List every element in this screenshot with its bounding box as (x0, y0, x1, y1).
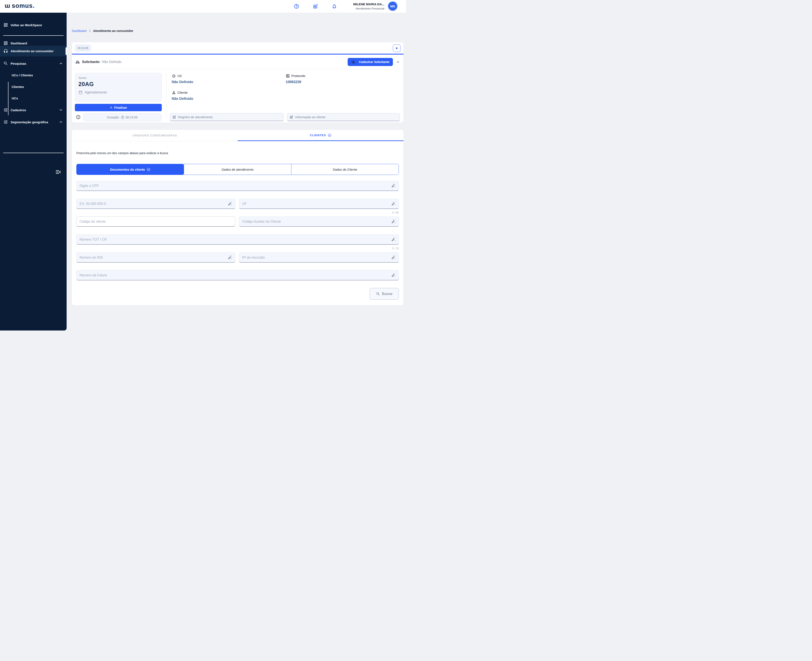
registro-atendimento-input[interactable] (178, 115, 281, 119)
uf-input[interactable] (242, 202, 389, 206)
autofill-wand-icon[interactable] (391, 219, 396, 224)
chevron-down-icon (59, 108, 63, 112)
user-name: MILENE MARIA DA... (353, 2, 384, 6)
fatura-input[interactable] (80, 273, 389, 277)
codigo-auxiliar-input[interactable] (242, 220, 389, 224)
protocolo-value[interactable]: 10983239 (286, 80, 305, 84)
avatar[interactable]: MS (388, 2, 397, 11)
senha-type-label: Agendamento (85, 90, 107, 94)
duracao-value: 00:15:05 (126, 116, 137, 119)
sidebar-item-voltar-workspace[interactable]: Voltar ao WorkSpace (0, 20, 67, 30)
tab-label: UNIDADES CONSUMIDORAS (132, 134, 177, 137)
nis-field[interactable] (77, 252, 235, 263)
uc-block: UC Não Definido (172, 74, 193, 84)
sliders-icon (3, 120, 8, 125)
cnpj-field[interactable] (77, 199, 235, 209)
play-button[interactable] (393, 45, 400, 52)
sidebar-item-label: Segmentação geográfica (11, 120, 48, 124)
sidebar-subitem-label: UCs / Clientes (12, 73, 33, 77)
sidebar-subitem-label: Clientes (12, 85, 24, 89)
autofill-wand-icon[interactable] (391, 273, 396, 278)
user-info[interactable]: MILENE MARIA DA... Atendimento Presencia… (353, 2, 384, 11)
informacao-cliente-input[interactable] (295, 115, 397, 119)
inscricao-field[interactable] (239, 252, 399, 263)
autofill-wand-icon[interactable] (228, 255, 232, 260)
notifications-bell-icon[interactable] (332, 3, 337, 9)
protocolo-label: Protocolo (291, 74, 305, 78)
uc-value[interactable]: Não Definido (172, 80, 193, 84)
tab-clientes[interactable]: CLIENTES (238, 130, 404, 141)
sidebar-divider (3, 35, 64, 36)
segment-label: Documentos do cliente (110, 168, 145, 171)
cpf-input[interactable] (80, 184, 389, 188)
nis-input[interactable] (80, 255, 226, 259)
inscricao-input[interactable] (242, 255, 389, 259)
app-logo: ɯsomus. (5, 2, 35, 9)
buscar-label: Buscar (382, 292, 393, 296)
autofill-wand-icon[interactable] (391, 255, 396, 260)
search-card: UNIDADES CONSUMIDORAS CLIENTES Preencha … (72, 130, 404, 305)
sidebar-item-pesquisas[interactable]: Pesquisas (0, 59, 67, 68)
collapse-section-chevron-icon[interactable] (396, 60, 400, 64)
cpf-field[interactable] (77, 181, 399, 191)
search-hint: Preencha pelo menos um dos campos abaixo… (77, 152, 168, 155)
senha-card: Senha 20AG Agendamento (75, 73, 162, 102)
grid-icon (3, 22, 8, 27)
senha-label: Senha (78, 76, 158, 80)
duracao-pill: Duração: 00:15:05 (83, 113, 161, 121)
duracao-label: Duração: (107, 116, 120, 119)
finalizar-label: Finalizar (114, 106, 127, 109)
autofill-wand-icon[interactable] (228, 201, 232, 206)
segment-dados-atendimento[interactable]: Dados de atendimento (184, 164, 291, 175)
main-content: Dashboard Atendimento ao consumidor 00:1… (67, 13, 406, 330)
note-add-icon (289, 115, 294, 119)
fatura-field[interactable] (77, 270, 399, 280)
cliente-value[interactable]: Não Definido (172, 97, 193, 101)
registro-atendimento-field[interactable] (170, 113, 284, 121)
codigo-auxiliar-field[interactable] (239, 217, 399, 227)
informacao-cliente-field[interactable] (287, 113, 400, 121)
uf-char-counter: 0 / 40 (392, 211, 399, 214)
info-icon[interactable] (76, 115, 81, 120)
document-icon (286, 74, 290, 78)
new-note-icon[interactable] (313, 3, 318, 9)
sidebar-collapse-icon[interactable] (56, 169, 61, 175)
chevron-up-icon (59, 62, 63, 65)
sidebar-item-segmentacao[interactable]: Segmentação geográfica (0, 117, 67, 127)
tot-char-counter: 0 / 10 (392, 247, 399, 250)
tot-cr-field[interactable] (77, 235, 399, 245)
autofill-wand-icon[interactable] (391, 184, 396, 188)
segment-dados-cliente[interactable]: Dados do Cliente (291, 164, 399, 175)
protocolo-block: Protocolo 10983239 (286, 74, 305, 84)
top-header: ɯsomus. MILENE MARIA DA... Atendimento P… (0, 0, 406, 13)
codigo-cliente-input[interactable] (80, 220, 232, 224)
sidebar-item-label: Pesquisas (11, 62, 26, 65)
sidebar-item-ucs-clientes[interactable]: UCs / Clientes (12, 71, 62, 79)
segment-documentos-cliente[interactable]: Documentos do cliente (77, 164, 184, 175)
close-icon (110, 106, 113, 109)
buscar-button[interactable]: Buscar (370, 288, 399, 300)
uf-field[interactable] (239, 199, 399, 209)
sidebar-item-cadastros[interactable]: Cadastros (0, 105, 67, 115)
sidebar-item-atendimento[interactable]: Atendimento ao consumidor (0, 46, 67, 56)
breadcrumb-link-dashboard[interactable]: Dashboard (72, 29, 86, 33)
tot-cr-input[interactable] (80, 238, 389, 241)
help-icon[interactable] (294, 3, 299, 9)
timer-chip: 00:15:05 (75, 45, 91, 51)
codigo-cliente-field[interactable] (77, 217, 235, 227)
sidebar-item-ucs[interactable]: UCs (12, 94, 62, 102)
search-tabs: UNIDADES CONSUMIDORAS CLIENTES (72, 130, 404, 141)
senha-value: 20AG (78, 81, 158, 88)
cadastrar-solicitante-button[interactable]: Cadastrar Solicitante (348, 58, 393, 66)
finalizar-button[interactable]: Finalizar (75, 104, 162, 111)
cnpj-input[interactable] (80, 202, 226, 206)
sidebar-item-clientes[interactable]: Clientes (12, 83, 62, 91)
autofill-wand-icon[interactable] (391, 201, 396, 206)
cliente-block: Cliente Não Definido (172, 91, 193, 101)
autofill-wand-icon[interactable] (391, 237, 396, 242)
segment-label: Dados do Cliente (333, 168, 357, 171)
tab-unidades-consumidoras[interactable]: UNIDADES CONSUMIDORAS (72, 130, 238, 141)
segment-label: Dados de atendimento (222, 168, 254, 171)
breadcrumb: Dashboard Atendimento ao consumidor (72, 29, 133, 33)
user-role: Atendimento Presencial (353, 6, 384, 11)
